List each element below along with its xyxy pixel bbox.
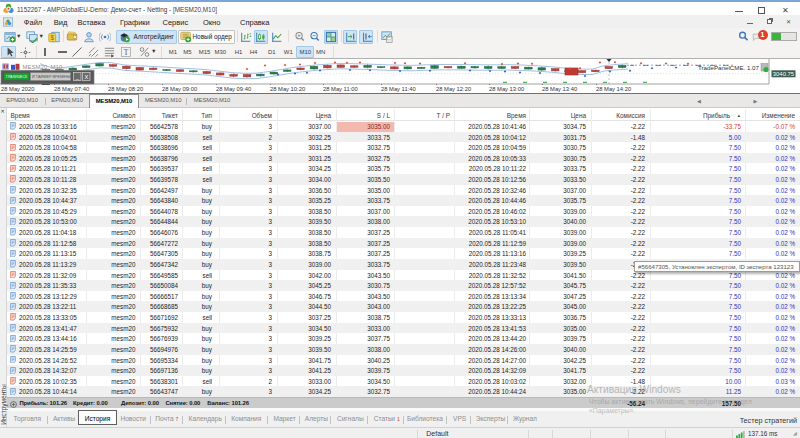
svg-text:MESM20, M10...: MESM20, M10... — [23, 64, 68, 70]
svg-text:T: T — [123, 47, 128, 56]
svg-text:TradePanelCME. 1.07: TradePanelCME. 1.07 — [698, 64, 760, 71]
svg-text:Й ТАЙМЕР ВРЕМЕНИ: Й ТАЙМЕР ВРЕМЕНИ — [32, 75, 72, 79]
svg-text:ГРАФИЧЕСК: ГРАФИЧЕСК — [6, 75, 28, 79]
svg-text:X: X — [85, 74, 89, 80]
svg-text:3040.75: 3040.75 — [773, 71, 795, 77]
svg-text:1: 1 — [249, 33, 252, 38]
svg-text:$: $ — [50, 34, 54, 41]
